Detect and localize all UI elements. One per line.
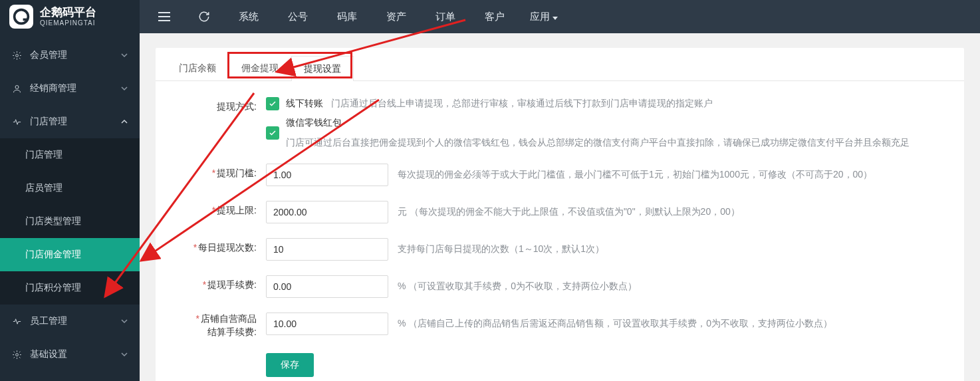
brand-logo-icon xyxy=(9,5,33,29)
row-daily: *每日提现次数: 支持每门店每日提现的次数（1～10次，默认1次） xyxy=(173,238,947,261)
row-method: 提现方式: 线下转账 门店通过后台线上申请提现，总部进行审核，审核通过后线下打款… xyxy=(173,97,947,149)
sidebar-item-label: 店员管理 xyxy=(25,182,62,194)
sidebar: 企鹅码平台 QIEMAPINGTAI 会员管理 经销商管理 门店管理 门店管理 … xyxy=(0,0,140,381)
content: 门店余额 佣金提现 提现设置 提现方式: 线下转账 门店通过后台线上申请提现，总… xyxy=(140,33,980,381)
label-limit: 提现上限: xyxy=(217,205,257,215)
unit-fee: % xyxy=(398,281,406,291)
sidebar-label: 基础设置 xyxy=(30,348,67,360)
chevron-down-icon xyxy=(121,85,128,92)
chevron-down-icon xyxy=(121,318,128,324)
hint-selfgoods: （店铺自己上传的商品销售后需返还商品销售额，可设置收取其手续费，0为不收取，支持… xyxy=(408,318,832,328)
sidebar-item-commission[interactable]: 门店佣金管理 xyxy=(0,238,140,271)
topbar: 系统 公号 码库 资产 订单 客户 应用 xyxy=(140,0,980,33)
sidebar-label: 经销商管理 xyxy=(30,82,76,94)
hint-threshold: 每次提现的佣金必须等于或大于此门槛值，最小门槛不可低于1元，初始门槛为1000元… xyxy=(398,169,872,181)
sidebar-group-employee[interactable]: 员工管理 xyxy=(0,305,140,338)
pulse-icon xyxy=(12,317,22,326)
sidebar-label: 员工管理 xyxy=(30,315,67,327)
gear-icon xyxy=(12,51,22,61)
sidebar-item-staff-manage[interactable]: 店员管理 xyxy=(0,172,140,205)
tab-withdraw-settings[interactable]: 提现设置 xyxy=(291,56,354,81)
sidebar-item-label: 门店佣金管理 xyxy=(25,249,81,261)
option-wechat: 微信零钱红包 xyxy=(286,117,342,129)
input-threshold[interactable] xyxy=(266,164,388,186)
svg-point-0 xyxy=(15,10,29,24)
input-limit[interactable] xyxy=(266,201,388,223)
input-selfgoods[interactable] xyxy=(266,313,388,335)
row-selfgoods: *店铺自营商品 结算手续费: % （店铺自己上传的商品销售后需返还商品销售额，可… xyxy=(173,313,947,338)
topnav-system[interactable]: 系统 xyxy=(230,0,267,33)
sidebar-item-store-manage[interactable]: 门店管理 xyxy=(0,138,140,172)
label-fee: 提现手续费: xyxy=(207,279,257,290)
chevron-down-icon xyxy=(121,351,128,358)
unit-selfgoods: % xyxy=(398,318,406,328)
sidebar-item-store-type[interactable]: 门店类型管理 xyxy=(0,205,140,238)
brand-title: 企鹅码平台 xyxy=(40,7,96,19)
caret-down-icon xyxy=(552,11,558,23)
row-threshold: *提现门槛: 每次提现的佣金必须等于或大于此门槛值，最小门槛不可低于1元，初始门… xyxy=(173,164,947,186)
sidebar-label: 门店管理 xyxy=(30,116,67,128)
label-selfgoods1: 店铺自营商品 xyxy=(201,313,257,324)
hint-wechat: 门店可通过后台直接把佣金提现到个人的微信零钱红包，钱会从总部绑定的微信支付商户平… xyxy=(286,137,910,149)
settings-form: 提现方式: 线下转账 门店通过后台线上申请提现，总部进行审核，审核通过后线下打款… xyxy=(156,81,964,381)
brand: 企鹅码平台 QIEMAPINGTAI xyxy=(0,0,140,33)
row-fee: *提现手续费: % （可设置收取其手续费，0为不收取，支持两位小数点） xyxy=(173,275,947,298)
brand-subtitle: QIEMAPINGTAI xyxy=(40,19,96,27)
save-button[interactable]: 保存 xyxy=(266,353,314,377)
chevron-down-icon xyxy=(121,52,128,59)
user-icon xyxy=(12,84,22,94)
unit-limit: 元 xyxy=(398,206,407,217)
tab-withdraw[interactable]: 佣金提现 xyxy=(229,55,291,80)
sidebar-item-label: 门店积分管理 xyxy=(25,282,81,294)
sidebar-menu: 会员管理 经销商管理 门店管理 门店管理 店员管理 门店类型管理 门店佣金管理 … xyxy=(0,33,140,371)
sidebar-group-basic[interactable]: 基础设置 xyxy=(0,338,140,371)
sidebar-item-label: 门店管理 xyxy=(25,149,62,161)
label-daily: 每日提现次数: xyxy=(198,242,257,253)
sidebar-label: 会员管理 xyxy=(30,49,67,61)
toggle-sidebar-button[interactable] xyxy=(150,0,178,33)
gear-icon xyxy=(12,350,22,360)
sidebar-submenu-store: 门店管理 店员管理 门店类型管理 门店佣金管理 门店积分管理 xyxy=(0,138,140,305)
hint-limit: （每次提现的佣金不能大于此上限值，不设值或值为"0"，则默认上限为20，00） xyxy=(410,206,740,217)
topnav-customers[interactable]: 客户 xyxy=(476,0,513,33)
sidebar-item-points[interactable]: 门店积分管理 xyxy=(0,271,140,305)
sidebar-group-dealer[interactable]: 经销商管理 xyxy=(0,72,140,105)
pulse-icon xyxy=(12,117,22,127)
sidebar-group-store[interactable]: 门店管理 xyxy=(0,105,140,138)
chevron-up-icon xyxy=(121,118,128,125)
hint-offline: 门店通过后台线上申请提现，总部进行审核，审核通过后线下打款到门店申请提现的指定账… xyxy=(331,98,713,110)
panel: 门店余额 佣金提现 提现设置 提现方式: 线下转账 门店通过后台线上申请提现，总… xyxy=(156,48,964,381)
topnav-apps[interactable]: 应用 xyxy=(525,0,562,33)
hint-fee: （可设置收取其手续费，0为不收取，支持两位小数点） xyxy=(408,281,637,291)
hint-daily: 支持每门店每日提现的次数（1～10次，默认1次） xyxy=(398,243,604,255)
svg-point-3 xyxy=(15,85,19,88)
sidebar-item-label: 门店类型管理 xyxy=(25,215,81,227)
row-limit: *提现上限: 元 （每次提现的佣金不能大于此上限值，不设值或值为"0"，则默认上… xyxy=(173,201,947,223)
label-threshold: 提现门槛: xyxy=(217,168,257,178)
label-selfgoods2: 结算手续费: xyxy=(207,326,257,337)
topnav-orders[interactable]: 订单 xyxy=(427,0,464,33)
input-fee[interactable] xyxy=(266,275,388,298)
refresh-button[interactable] xyxy=(190,0,218,33)
svg-point-4 xyxy=(16,353,19,356)
sidebar-group-member[interactable]: 会员管理 xyxy=(0,39,140,72)
input-daily[interactable] xyxy=(266,238,388,261)
topnav-assets[interactable]: 资产 xyxy=(378,0,415,33)
tabs: 门店余额 佣金提现 提现设置 xyxy=(156,48,964,81)
option-offline: 线下转账 xyxy=(286,98,323,110)
svg-point-2 xyxy=(16,54,19,57)
topnav-maku[interactable]: 码库 xyxy=(328,0,366,33)
label-method: 提现方式: xyxy=(217,101,257,112)
topnav-gonghao[interactable]: 公号 xyxy=(279,0,316,33)
tab-balance[interactable]: 门店余额 xyxy=(166,55,229,80)
checkbox-wechat[interactable] xyxy=(266,126,279,140)
svg-rect-1 xyxy=(23,19,28,21)
checkbox-offline[interactable] xyxy=(266,97,279,110)
